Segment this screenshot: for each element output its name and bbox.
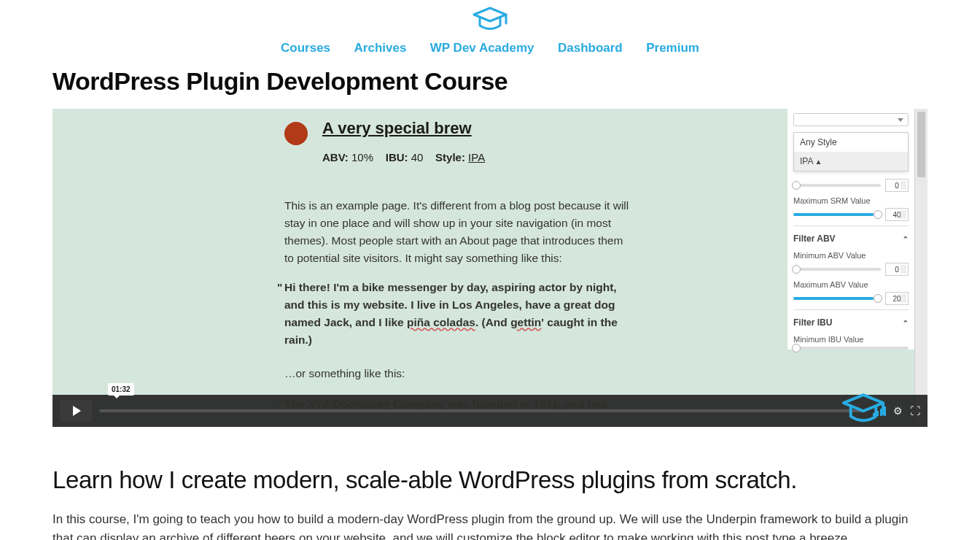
site-header: Courses Archives WP Dev Academy Dashboar… <box>0 0 980 61</box>
fullscreen-icon[interactable]: ⛶ <box>910 405 920 417</box>
chevron-up-icon: ⌄ <box>903 319 909 327</box>
ibu-min-slider[interactable] <box>793 347 909 350</box>
article-intro: This is an example page. It's different … <box>284 197 634 267</box>
main-nav: Courses Archives WP Dev Academy Dashboar… <box>0 41 980 55</box>
style-dropdown: Any Style IPA▲ <box>793 132 909 171</box>
dropdown-opt-any[interactable]: Any Style <box>794 133 908 152</box>
page-title: WordPress Plugin Development Course <box>52 67 928 96</box>
srm-max-slider[interactable] <box>793 213 881 216</box>
play-button[interactable] <box>60 400 92 422</box>
dropdown-opt-ipa[interactable]: IPA▲ <box>794 152 908 171</box>
brew-meta: ABV: 10% IBU: 40 Style: IPA <box>322 151 485 163</box>
abv-min-label: Minimum ABV Value <box>793 251 909 260</box>
style-link[interactable]: IPA <box>468 151 485 163</box>
content-scrollbar[interactable] <box>914 109 928 427</box>
filter-abv-head[interactable]: Filter ABV⌄ <box>793 225 909 247</box>
brand-watermark[interactable] <box>840 392 887 427</box>
abv-min-value[interactable]: 0 <box>885 263 909 276</box>
brew-title-link[interactable]: A very special brew <box>322 119 472 137</box>
srm-min-value[interactable]: 0 <box>885 179 909 192</box>
srm-min-slider[interactable] <box>793 184 881 187</box>
nav-premium[interactable]: Premium <box>646 41 699 55</box>
course-subhead: Learn how I create modern, scale-able Wo… <box>52 466 928 494</box>
filter-ibu-head[interactable]: Filter IBU⌄ <box>793 309 909 331</box>
video-controls: 01:32 ⚙ ⛶ <box>52 395 928 427</box>
srm-max-label: Maximum SRM Value <box>793 196 909 205</box>
nav-wp-dev-academy[interactable]: WP Dev Academy <box>430 41 534 55</box>
mouse-cursor-icon: ▲ <box>814 158 822 166</box>
progress-bar[interactable] <box>99 409 866 412</box>
srm-max-value[interactable]: 40 <box>885 208 909 221</box>
beer-color-swatch <box>284 122 308 145</box>
nav-courses[interactable]: Courses <box>281 41 330 55</box>
nav-archives[interactable]: Archives <box>354 41 407 55</box>
abv-max-value[interactable]: 20 <box>885 292 909 305</box>
abv-max-label: Maximum ABV Value <box>793 280 909 289</box>
ibu-min-label: Minimum IBU Value <box>793 335 909 344</box>
video-embed[interactable]: A very special brew ABV: 10% IBU: 40 Sty… <box>52 109 928 427</box>
time-tooltip: 01:32 <box>108 383 134 396</box>
article-quote: Hi there! I'm a bike messenger by day, a… <box>284 279 634 349</box>
style-select[interactable] <box>793 113 909 126</box>
editor-sidebar: Any Style IPA▲ 0 Maximum SRM Value 40 Fi… <box>788 109 914 350</box>
sample-article: A very special brew ABV: 10% IBU: 40 Sty… <box>284 119 634 413</box>
settings-icon[interactable]: ⚙ <box>893 405 903 417</box>
chevron-up-icon: ⌄ <box>903 235 909 243</box>
abv-min-slider[interactable] <box>793 268 881 271</box>
nav-dashboard[interactable]: Dashboard <box>558 41 623 55</box>
course-body: In this course, I'm going to teach you h… <box>52 510 928 540</box>
site-logo[interactable] <box>471 6 509 38</box>
article-or: …or something like this: <box>284 365 634 382</box>
abv-max-slider[interactable] <box>793 297 881 300</box>
